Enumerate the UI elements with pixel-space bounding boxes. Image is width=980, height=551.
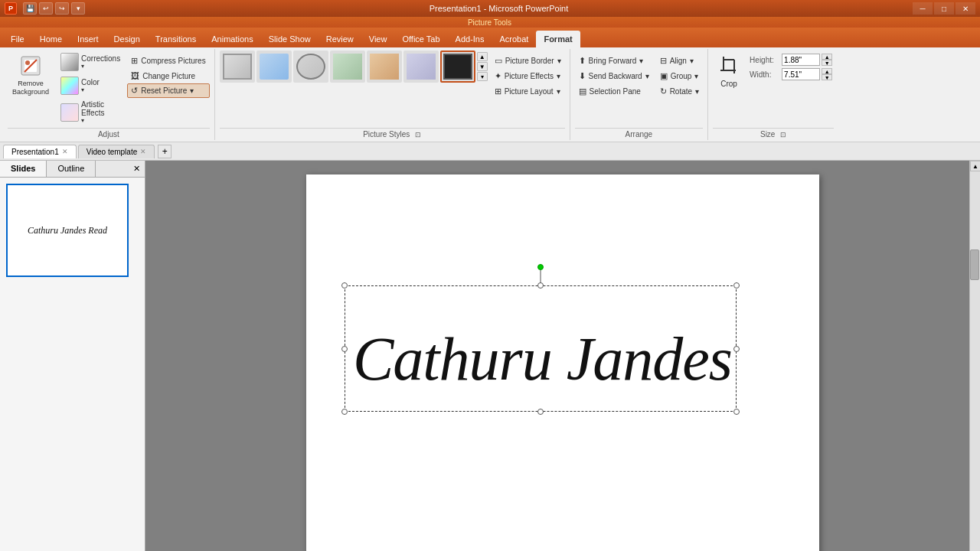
- save-quick-btn[interactable]: 💾: [23, 2, 37, 15]
- arrange-label: Arrange: [575, 128, 704, 139]
- corrections-btn[interactable]: Corrections ▾: [57, 51, 124, 73]
- ps-style-7[interactable]: [440, 51, 475, 83]
- ps-style-6[interactable]: [403, 51, 439, 83]
- new-tab-btn[interactable]: +: [158, 145, 172, 158]
- ps-style-2[interactable]: [256, 51, 292, 83]
- effects-icon: ✦: [495, 71, 501, 81]
- change-picture-label: Change Picture: [142, 72, 195, 80]
- ps-scroll-up[interactable]: ▲: [477, 52, 488, 61]
- ps-style-5[interactable]: [367, 51, 402, 83]
- width-input[interactable]: [782, 68, 820, 80]
- picture-layout-btn[interactable]: ⊞ Picture Layout ▾: [491, 84, 565, 99]
- slide-thumbnail-1[interactable]: Cathuru Jandes Read: [6, 184, 129, 277]
- slide-list: 1 Cathuru Jandes Read: [0, 178, 145, 551]
- tab-addins[interactable]: Add-Ins: [448, 31, 492, 47]
- corrections-label: Corrections: [81, 54, 120, 63]
- ribbon-tab-bar: File Home Insert Design Transitions Anim…: [0, 28, 980, 47]
- context-tab-row: Picture Tools: [0, 17, 980, 28]
- document-tabs: Presentation1 ✕ Video template ✕ +: [0, 142, 980, 161]
- picture-effects-btn[interactable]: ✦ Picture Effects ▾: [491, 69, 565, 83]
- bring-forward-label: Bring Forward: [589, 57, 637, 65]
- compress-pictures-btn[interactable]: ⊞ Compress Pictures: [127, 54, 209, 68]
- outline-tab[interactable]: Outline: [47, 161, 96, 177]
- tab-file[interactable]: File: [3, 31, 32, 47]
- tab-format[interactable]: Format: [536, 31, 580, 47]
- tab-slideshow[interactable]: Slide Show: [261, 31, 318, 47]
- ps-dialog-btn[interactable]: ⊡: [415, 131, 421, 139]
- doc-tab-presentation1[interactable]: Presentation1 ✕: [3, 145, 77, 158]
- height-input[interactable]: [782, 54, 820, 66]
- handle-middle-right[interactable]: [733, 346, 740, 352]
- doc-tab-presentation1-close[interactable]: ✕: [62, 148, 68, 155]
- crop-btn[interactable]: Crop: [713, 51, 745, 91]
- artistic-effects-btn[interactable]: ArtisticEffects ▾: [57, 98, 124, 126]
- change-picture-btn[interactable]: 🖼 Change Picture: [127, 69, 209, 83]
- undo-quick-btn[interactable]: ↩: [39, 2, 53, 15]
- handle-bottom-left[interactable]: [341, 409, 348, 415]
- selection-pane-btn[interactable]: ▤ Selection Pane: [575, 84, 653, 99]
- bring-forward-icon: ⬆: [579, 56, 586, 66]
- align-btn[interactable]: ⊟ Align ▾: [656, 54, 703, 68]
- tab-transitions[interactable]: Transitions: [148, 31, 204, 47]
- size-dialog-btn[interactable]: ⊡: [780, 131, 786, 139]
- close-panel-btn[interactable]: ✕: [129, 161, 145, 177]
- tab-insert[interactable]: Insert: [70, 31, 106, 47]
- title-bar-left: P 💾 ↩ ↪ ▾: [5, 2, 85, 15]
- picture-styles-group: ▲ ▼ ▾ ▭ Picture Border ▾ ✦ Picture Effec…: [215, 49, 570, 140]
- picture-styles-label: Picture Styles ⊡: [220, 128, 565, 139]
- tab-officetab[interactable]: Office Tab: [394, 31, 447, 47]
- ps-style-4[interactable]: [330, 51, 365, 83]
- rotate-btn[interactable]: ↻ Rotate ▾: [656, 84, 703, 99]
- rotate-handle[interactable]: [537, 264, 544, 270]
- height-down[interactable]: ▼: [822, 60, 832, 66]
- ps-style-1[interactable]: [220, 51, 255, 83]
- script-image: Cathuru Jandes Read: [345, 285, 737, 412]
- color-btn[interactable]: Color ▾: [57, 74, 124, 97]
- maximize-btn[interactable]: □: [934, 2, 954, 15]
- bring-forward-btn[interactable]: ⬆ Bring Forward ▾: [575, 54, 653, 68]
- send-backward-btn[interactable]: ⬇ Send Backward ▾: [575, 69, 653, 83]
- doc-tab-video-template-close[interactable]: ✕: [140, 148, 146, 155]
- slide-thumb-1: Cathuru Jandes Read: [11, 188, 124, 272]
- remove-background-btn[interactable]: RemoveBackground: [8, 51, 54, 99]
- selected-image-wrapper[interactable]: Cathuru Jandes Read: [345, 285, 737, 412]
- handle-top-left[interactable]: [341, 282, 348, 289]
- handle-top-center[interactable]: [537, 282, 544, 289]
- slide-canvas[interactable]: Cathuru Jandes Read: [306, 174, 819, 551]
- scroll-thumb[interactable]: [970, 249, 979, 280]
- picture-border-btn[interactable]: ▭ Picture Border ▾: [491, 54, 565, 68]
- redo-quick-btn[interactable]: ↪: [55, 2, 69, 15]
- width-down[interactable]: ▼: [822, 74, 832, 80]
- scroll-up-btn[interactable]: ▲: [970, 161, 980, 171]
- tab-view[interactable]: View: [361, 31, 395, 47]
- ps-expand[interactable]: ▾: [477, 72, 488, 81]
- reset-arrow: ▾: [190, 86, 194, 95]
- customize-quick-btn[interactable]: ▾: [71, 2, 85, 15]
- height-up[interactable]: ▲: [822, 54, 832, 60]
- ps-scroll-down[interactable]: ▼: [477, 62, 488, 71]
- tab-acrobat[interactable]: Acrobat: [492, 31, 536, 47]
- ps-style-3[interactable]: [293, 51, 328, 83]
- align-arrow: ▾: [690, 57, 694, 65]
- border-arrow: ▾: [557, 57, 561, 65]
- group-arrow: ▾: [694, 72, 698, 80]
- doc-tab-video-template[interactable]: Video template ✕: [78, 145, 155, 158]
- minimize-btn[interactable]: ─: [913, 2, 933, 15]
- tab-animations[interactable]: Animations: [204, 31, 260, 47]
- width-up[interactable]: ▲: [822, 68, 832, 74]
- reset-picture-btn[interactable]: ↺ Reset Picture ▾: [127, 83, 209, 98]
- group-btn[interactable]: ▣ Group ▾: [656, 69, 703, 83]
- tab-home[interactable]: Home: [32, 31, 70, 47]
- handle-bottom-right[interactable]: [733, 409, 740, 415]
- handle-top-right[interactable]: [733, 282, 740, 289]
- handle-middle-left[interactable]: [341, 346, 348, 352]
- height-label: Height:: [750, 56, 780, 64]
- send-backward-arrow: ▾: [645, 72, 649, 80]
- close-btn[interactable]: ✕: [956, 2, 975, 15]
- slides-tab[interactable]: Slides: [0, 161, 47, 177]
- scroll-track[interactable]: [970, 171, 980, 551]
- tab-review[interactable]: Review: [318, 31, 361, 47]
- handle-bottom-center[interactable]: [537, 409, 544, 415]
- tab-design[interactable]: Design: [106, 31, 148, 47]
- canvas-scroll: Cathuru Jandes Read ▲ ▼: [145, 161, 980, 551]
